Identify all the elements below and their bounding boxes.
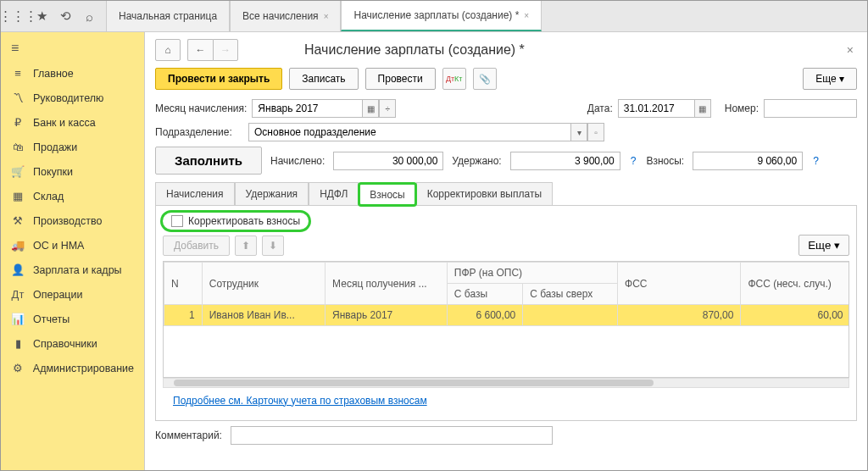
col-pfr-base: С базы	[447, 284, 522, 305]
date-label: Дата:	[587, 103, 613, 114]
star-icon[interactable]: ★	[33, 8, 50, 25]
open-icon[interactable]: ▫	[587, 123, 604, 141]
sidebar-item-reports[interactable]: 📊Отчеты	[1, 307, 144, 331]
date-input[interactable]	[618, 99, 694, 118]
accrued-label: Начислено:	[270, 155, 325, 167]
checkbox-label: Корректировать взносы	[188, 215, 300, 227]
move-down-button: ⬇	[262, 236, 284, 256]
help-icon[interactable]: ?	[811, 155, 821, 167]
forward-button[interactable]: →	[213, 39, 238, 61]
comment-label: Комментарий:	[155, 429, 222, 441]
sidebar-item-operations[interactable]: ДтОперации	[1, 282, 144, 307]
sidebar-item-admin[interactable]: ⚙Администрирование	[1, 356, 144, 380]
sidebar-item-purchases[interactable]: 🛒Покупки	[1, 159, 144, 184]
sidebar-item-bank[interactable]: ₽Банк и касса	[1, 110, 144, 135]
dropdown-icon[interactable]: ▾	[570, 123, 587, 141]
stepper-icon[interactable]: ÷	[379, 99, 396, 118]
contrib-value[interactable]	[693, 152, 803, 170]
sidebar-item-manager[interactable]: 〽Руководителю	[1, 86, 144, 110]
ruble-icon: ₽	[11, 116, 25, 129]
checkbox-icon[interactable]	[171, 215, 183, 227]
save-button[interactable]: Записать	[289, 68, 358, 90]
more-button[interactable]: Еще ▾	[803, 68, 857, 90]
contrib-label: Взносы:	[646, 155, 684, 167]
home-icon: ≡	[11, 67, 25, 80]
move-up-button: ⬆	[235, 236, 257, 256]
back-button[interactable]: ←	[187, 39, 213, 61]
close-button[interactable]: ×	[843, 43, 857, 57]
details-link[interactable]: Подробнее см. Карточку учета по страховы…	[173, 395, 427, 407]
comment-input[interactable]	[231, 426, 553, 445]
table-more-button[interactable]: Еще ▾	[798, 235, 849, 256]
sidebar-item-catalogs[interactable]: ▮Справочники	[1, 331, 144, 356]
col-pfr: ПФР (на ОПС)	[447, 263, 617, 284]
post-and-close-button[interactable]: Провести и закрыть	[155, 68, 282, 90]
tools-icon: ⚒	[11, 214, 25, 227]
calendar-icon[interactable]: ▦	[694, 99, 711, 118]
attach-button[interactable]: 📎	[473, 68, 497, 90]
close-icon[interactable]: ×	[524, 11, 529, 20]
fill-button[interactable]: Заполнить	[155, 147, 262, 175]
menu-toggle-icon[interactable]: ≡	[1, 36, 144, 61]
accrued-value[interactable]	[333, 152, 443, 170]
gear-icon: ⚙	[11, 362, 25, 374]
sidebar-item-sales[interactable]: 🛍Продажи	[1, 135, 144, 159]
search-icon[interactable]: ⌕	[81, 8, 97, 25]
withheld-value[interactable]	[510, 152, 620, 170]
subtab-ndfl[interactable]: НДФЛ	[309, 182, 359, 205]
horizontal-scrollbar[interactable]	[163, 378, 849, 388]
book-icon: ▮	[11, 337, 25, 350]
subtab-accruals[interactable]: Начисления	[155, 182, 235, 205]
history-icon[interactable]: ⟲	[57, 8, 74, 25]
dtkt-button[interactable]: ДтКт	[442, 68, 466, 90]
bag-icon: 🛍	[11, 141, 25, 153]
withheld-label: Удержано:	[452, 155, 501, 167]
post-button[interactable]: Провести	[365, 68, 436, 90]
close-icon[interactable]: ×	[324, 12, 329, 21]
table-row[interactable]: 1 Иванов Иван Ив... Январь 2017 6 600,00…	[164, 305, 850, 326]
sidebar: ≡ ≡Главное 〽Руководителю ₽Банк и касса 🛍…	[1, 32, 145, 470]
page-title: Начисление зарплаты (создание) *	[304, 42, 525, 58]
top-bar: ⋮⋮⋮ ★ ⟲ ⌕ Начальная страница Все начисле…	[1, 1, 867, 32]
tab-all-accruals[interactable]: Все начисления×	[230, 1, 341, 31]
tab-home[interactable]: Начальная страница	[106, 1, 230, 31]
help-icon[interactable]: ?	[629, 155, 638, 167]
col-n: N	[164, 263, 203, 305]
number-input[interactable]	[764, 99, 857, 118]
truck-icon: 🚚	[11, 239, 25, 252]
chart-icon: 〽	[11, 91, 25, 104]
subtab-corrections[interactable]: Корректировки выплаты	[416, 182, 553, 205]
calendar-icon[interactable]: ▦	[362, 99, 379, 118]
sidebar-item-main[interactable]: ≡Главное	[1, 61, 144, 86]
sidebar-item-payroll[interactable]: 👤Зарплата и кадры	[1, 258, 144, 282]
subtab-deductions[interactable]: Удержания	[235, 182, 309, 205]
col-month: Месяц получения ...	[326, 263, 448, 305]
contributions-table: N Сотрудник Месяц получения ... ПФР (на …	[163, 261, 849, 378]
cart-icon: 🛒	[11, 165, 25, 178]
col-fss-ns: ФСС (несч. случ.)	[741, 263, 849, 305]
col-fss: ФСС	[618, 263, 741, 305]
sidebar-item-warehouse[interactable]: ▦Склад	[1, 184, 144, 208]
correct-contributions-checkbox[interactable]: Корректировать взносы	[163, 213, 309, 230]
col-pfr-over: С базы сверх	[523, 284, 618, 305]
division-label: Подразделение:	[155, 126, 243, 138]
tab-payroll-create[interactable]: Начисление зарплаты (создание) *×	[341, 1, 542, 31]
sidebar-item-assets[interactable]: 🚚ОС и НМА	[1, 233, 144, 258]
sidebar-item-production[interactable]: ⚒Производство	[1, 208, 144, 233]
boxes-icon: ▦	[11, 190, 25, 202]
col-employee: Сотрудник	[202, 263, 325, 305]
add-button: Добавить	[163, 236, 230, 256]
bars-icon: 📊	[11, 313, 25, 325]
division-input[interactable]	[248, 123, 570, 141]
subtab-contributions[interactable]: Взносы	[359, 183, 415, 206]
person-icon: 👤	[11, 263, 25, 276]
month-label: Месяц начисления:	[155, 103, 247, 114]
apps-icon[interactable]: ⋮⋮⋮	[9, 8, 26, 25]
number-label: Номер:	[725, 103, 759, 114]
dtkt-icon: Дт	[11, 288, 25, 301]
month-input[interactable]	[252, 99, 362, 118]
home-button[interactable]: ⌂	[155, 39, 181, 61]
